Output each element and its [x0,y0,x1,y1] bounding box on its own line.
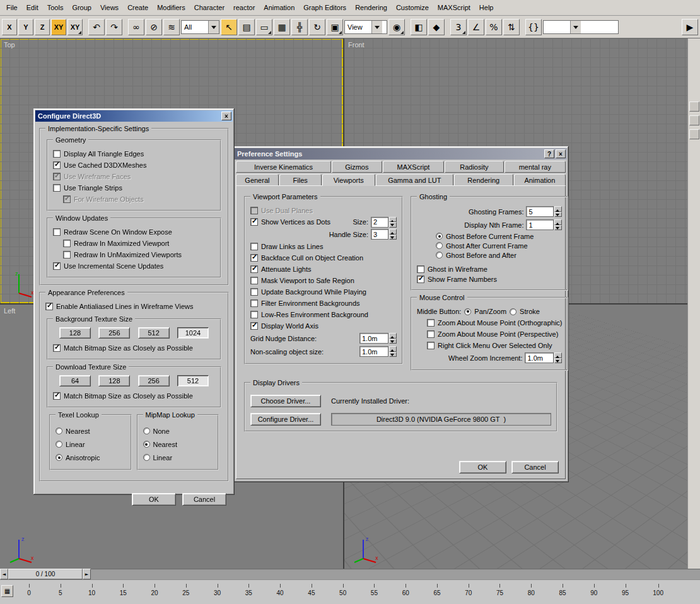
checkbox-lowres-environment[interactable]: Low-Res Environment Background [250,309,397,320]
menu-modifiers[interactable]: Modifiers [153,2,190,13]
next-frame-icon[interactable]: ► [83,569,91,579]
menu-reactor[interactable]: reactor [229,2,259,13]
menu-edit[interactable]: Edit [22,2,43,13]
checkbox-for-wireframe-objects[interactable]: For Wireframe Objects [53,194,215,205]
menu-customize[interactable]: Customize [392,2,433,13]
restrict-x-button[interactable]: X [2,19,17,35]
bg-size-256-button[interactable]: 256 [98,327,130,339]
checkbox-use-cached-d3dxmeshes[interactable]: Use Cached D3DXMeshes [53,160,215,171]
bind-to-spacewarp-icon[interactable]: ≋ [163,19,180,35]
dl-size-128-button[interactable]: 128 [98,375,130,386]
spinner-value[interactable]: 1.0m [359,333,388,344]
spinner-value[interactable]: 1.0m [359,346,388,357]
named-selection-dropdown[interactable] [543,20,619,34]
select-and-link-icon[interactable]: ∞ [128,19,144,35]
cancel-button[interactable]: Cancel [511,461,559,473]
checkbox-redraw-in-unmaximized[interactable]: Redraw In UnMaximized Viewports [53,249,215,260]
menu-graph-editors[interactable]: Graph Editors [299,2,351,13]
radio-ghost-before-current[interactable]: Ghost Before Current Frame [417,231,562,241]
radio-texel-nearest[interactable]: Nearest [55,424,125,438]
spinner-down-icon[interactable] [389,352,397,357]
close-icon[interactable]: × [556,149,566,158]
angle-snap-icon[interactable]: ∠ [468,19,484,35]
spinner-up-icon[interactable] [554,206,562,212]
spinner-value[interactable]: 3 [371,229,388,240]
time-slider-rest[interactable] [91,569,700,579]
checkbox-bg-match-bitmap-size[interactable]: Match Bitmap Size as Closely as Possible [53,342,215,354]
mirror-icon[interactable]: ◧ [411,19,427,35]
checkbox-use-wireframe-faces[interactable]: Use Wireframe Faces [53,171,215,182]
menu-create[interactable]: Create [123,2,153,13]
restrict-y-button[interactable]: Y [18,19,33,35]
spinner-down-icon[interactable] [389,222,397,228]
unlink-selection-icon[interactable]: ⊘ [146,19,162,35]
radio-mipmap-linear[interactable]: Linear [143,451,213,464]
spinner-down-icon[interactable] [554,358,562,364]
checkbox-zoom-mouse-orthographic[interactable]: Zoom About Mouse Point (Orthographic) [417,317,562,328]
bg-size-512-button[interactable]: 512 [138,327,170,339]
bg-size-128-button[interactable]: 128 [59,327,91,339]
grid-nudge-spinner[interactable]: 1.0m [359,333,397,344]
spinner-up-icon[interactable] [554,352,562,358]
spinner-down-icon[interactable] [389,339,397,344]
side-panel-icon[interactable] [689,129,699,139]
dl-size-64-button[interactable]: 64 [59,375,91,386]
side-panel-icon[interactable] [689,102,699,112]
cancel-button[interactable]: Cancel [182,493,226,506]
dl-size-512-button[interactable]: 512 [177,375,209,386]
time-slider-track[interactable]: ◄ 0 / 100 ► [0,569,700,579]
spinner-value[interactable]: 1.0m [525,352,554,363]
track-bar-ruler[interactable]: 0 5 10 15 20 25 30 35 40 45 50 55 60 65 … [25,584,663,600]
menu-group[interactable]: Group [67,2,96,13]
checkbox-zoom-mouse-perspective[interactable]: Zoom About Mouse Point (Perspective) [417,328,562,340]
menu-rendering[interactable]: Rendering [351,2,392,13]
radio-mipmap-nearest[interactable]: Nearest [143,438,213,451]
spinner-value[interactable]: 5 [526,206,554,217]
checkbox-update-background[interactable]: Update Background While Playing [250,286,397,298]
checkbox-redraw-in-maximized[interactable]: Redraw In Maximized Viewport [53,238,215,249]
viewport-label-top[interactable]: Top [4,41,15,49]
spinner-snap-icon[interactable]: ⇅ [503,19,520,35]
checkbox-display-all-triangle-edges[interactable]: Display All Triangle Edges [53,148,215,160]
ghosting-frames-spinner[interactable]: 5 [526,206,562,217]
wheel-zoom-spinner[interactable]: 1.0m [525,352,562,363]
checkbox-show-frame-numbers[interactable]: Show Frame Numbers [417,274,562,284]
spinner-up-icon[interactable] [554,219,562,225]
chevron-down-icon[interactable] [371,21,382,33]
select-by-name-icon[interactable]: ▤ [238,19,255,35]
tab-animation[interactable]: Animation [514,174,566,186]
selection-region-icon[interactable]: ▭ [256,19,272,35]
tab-radiosity[interactable]: Radiosity [445,161,503,173]
snap-toggle-3d-icon[interactable]: 3 [450,19,467,35]
checkbox-backface-cull[interactable]: Backface Cull on Object Creation [250,252,397,264]
checkbox-show-vertices-as-dots[interactable]: Show Vertices as Dots Size: 2 [250,216,397,228]
select-and-scale-icon[interactable]: ▣ [327,19,343,35]
restrict-plane-cycle-button[interactable]: XY [67,19,83,35]
nonscaling-spinner[interactable]: 1.0m [359,346,397,357]
spinner-up-icon[interactable] [389,346,397,352]
select-and-rotate-icon[interactable]: ↻ [309,19,325,35]
viewport-label-front[interactable]: Front [348,41,365,49]
chevron-down-icon[interactable] [208,21,219,33]
radio-ghost-before-and-after[interactable]: Ghost Before and After [417,250,562,260]
menu-views[interactable]: Views [96,2,123,13]
nth-frame-spinner[interactable]: 1 [526,219,562,230]
redo-icon[interactable]: ↷ [106,19,122,35]
reference-coordinate-dropdown[interactable]: View [344,20,387,34]
selection-filter-dropdown[interactable]: All [181,20,219,34]
checkbox-use-triangle-strips[interactable]: Use Triangle Strips [53,182,215,194]
select-and-move-icon[interactable]: ╬ [291,19,308,35]
configure-driver-button[interactable]: Configure Driver... [250,413,321,426]
menu-file[interactable]: File [2,2,22,13]
radio-texel-anisotropic[interactable]: Anisotropic [55,451,125,464]
toolbar-overflow-icon[interactable]: ▶ [682,19,698,35]
viewport-label-left[interactable]: Left [4,307,15,315]
radio-ghost-after-current[interactable]: Ghost After Current Frame [417,241,562,250]
radio-button[interactable] [510,308,516,315]
window-crossing-icon[interactable]: ▦ [274,19,290,35]
dl-size-256-button[interactable]: 256 [138,375,170,386]
checkbox-enable-antialiased-lines[interactable]: Enable Antialiased Lines in Wireframe Vi… [45,301,223,312]
restrict-xy-plane-button[interactable]: XY [51,19,66,35]
tab-gamma-and-lut[interactable]: Gamma and LUT [376,174,453,186]
checkbox-redraw-on-window-expose[interactable]: Redraw Scene On Window Expose [53,226,215,238]
